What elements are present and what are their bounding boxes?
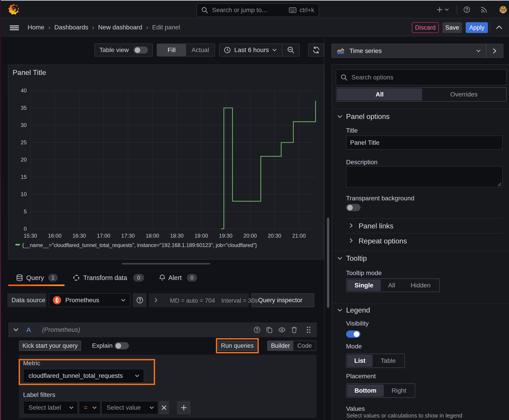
- svg-text:16:00: 16:00: [48, 233, 61, 239]
- svg-text:17:30: 17:30: [121, 233, 135, 239]
- svg-text:15:30: 15:30: [23, 233, 37, 239]
- svg-text:19:30: 19:30: [219, 233, 233, 239]
- svg-text:20:30: 20:30: [268, 233, 281, 239]
- svg-text:30: 30: [21, 122, 27, 128]
- svg-text:16:30: 16:30: [73, 233, 86, 239]
- svg-text:15: 15: [21, 174, 27, 180]
- svg-text:18:30: 18:30: [170, 233, 183, 239]
- svg-text:17:00: 17:00: [97, 233, 110, 239]
- svg-text:25: 25: [21, 139, 27, 145]
- svg-text:40: 40: [21, 88, 27, 94]
- svg-text:18:00: 18:00: [146, 233, 159, 239]
- svg-text:21:00: 21:00: [292, 233, 306, 239]
- svg-text:20:00: 20:00: [243, 233, 257, 239]
- svg-text:5: 5: [24, 209, 27, 215]
- svg-text:19:00: 19:00: [195, 233, 208, 239]
- svg-text:0: 0: [24, 226, 27, 232]
- svg-text:20: 20: [21, 157, 27, 163]
- svg-text:35: 35: [21, 105, 27, 111]
- svg-text:10: 10: [21, 191, 27, 197]
